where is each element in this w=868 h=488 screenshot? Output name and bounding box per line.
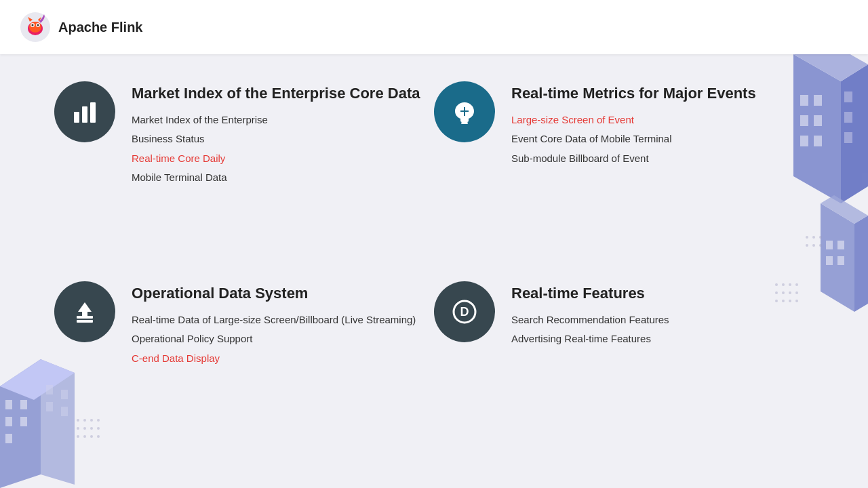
market-index-item-4: Mobile Terminal Data <box>132 170 420 186</box>
realtime-features-item-2: Advertising Real-time Features <box>511 331 669 347</box>
market-index-item-3: Real-time Core Daily <box>132 151 420 167</box>
svg-rect-72 <box>90 102 96 123</box>
brand-name: Apache Flink <box>58 20 142 35</box>
realtime-features-content: Real-time Features Search Recommendation… <box>511 281 669 347</box>
svg-point-66 <box>32 24 34 26</box>
realtime-metrics-item-1: Large-size Screen of Event <box>511 113 756 128</box>
operational-data-item-2: Operational Policy Support <box>132 331 416 347</box>
operational-data-content: Operational Data System Real-time Data o… <box>132 281 416 366</box>
card-operational-data: Operational Data System Real-time Data o… <box>54 281 420 468</box>
card-realtime-metrics: Real-time Metrics for Major Events Large… <box>434 81 800 268</box>
realtime-metrics-title: Real-time Metrics for Major Events <box>511 84 756 103</box>
main-content: Market Index of the Enterprise Core Data… <box>0 54 868 488</box>
realtime-metrics-item-3: Sub-module Billboard of Event <box>511 151 756 167</box>
svg-marker-78 <box>78 302 92 317</box>
operational-data-icon-circle <box>54 281 115 342</box>
svg-rect-70 <box>74 112 79 123</box>
logo-icon <box>20 12 50 42</box>
operational-data-item-1: Real-time Data of Large-size Screen/Bill… <box>132 312 416 328</box>
d-letter-icon: D <box>450 297 479 327</box>
card-market-index: Market Index of the Enterprise Core Data… <box>54 81 420 268</box>
operational-data-title: Operational Data System <box>132 284 416 303</box>
header: Apache Flink <box>0 0 868 54</box>
svg-text:D: D <box>460 305 469 319</box>
market-index-item-1: Market Index of the Enterprise <box>132 113 420 128</box>
bulb-icon <box>450 97 479 127</box>
market-index-item-2: Business Status <box>132 131 420 147</box>
operational-data-item-3: C-end Data Display <box>132 351 416 367</box>
realtime-features-icon-circle: D <box>434 281 495 342</box>
upload-icon <box>70 297 100 327</box>
realtime-features-title: Real-time Features <box>511 284 669 303</box>
market-index-content: Market Index of the Enterprise Core Data… <box>132 81 420 186</box>
realtime-metrics-content: Real-time Metrics for Major Events Large… <box>511 81 756 166</box>
realtime-features-item-1: Search Recommendation Features <box>511 312 669 328</box>
svg-rect-77 <box>77 320 93 323</box>
chart-bar-icon <box>70 97 100 127</box>
realtime-metrics-item-2: Event Core Data of Mobile Terminal <box>511 131 756 147</box>
card-realtime-features: D Real-time Features Search Recommendati… <box>434 281 800 468</box>
svg-rect-73 <box>461 122 468 124</box>
realtime-metrics-icon-circle <box>434 81 495 142</box>
svg-point-63 <box>29 22 41 33</box>
svg-point-67 <box>37 24 39 26</box>
svg-rect-71 <box>82 106 87 123</box>
market-index-icon-circle <box>54 81 115 142</box>
market-index-title: Market Index of the Enterprise Core Data <box>132 84 420 103</box>
